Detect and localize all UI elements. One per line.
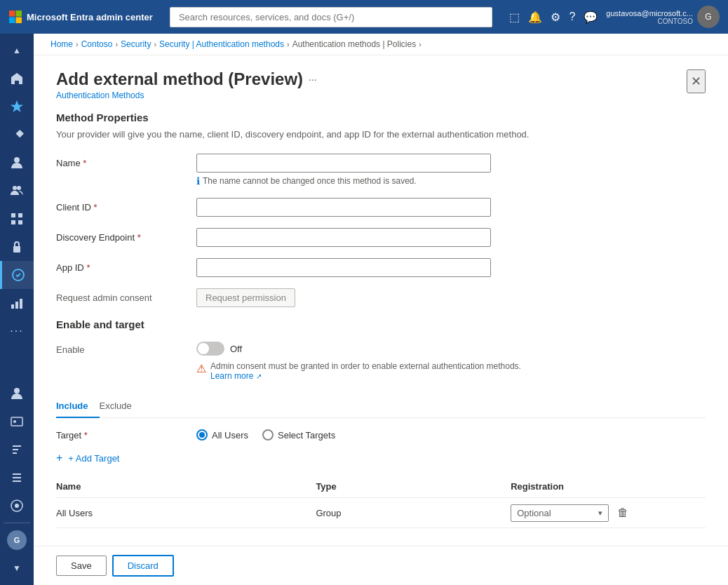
- app-name: Microsoft Entra admin center: [27, 12, 153, 22]
- sidebar-item-more[interactable]: ···: [0, 317, 34, 345]
- col-name: Name: [56, 476, 316, 498]
- topbar: Microsoft Entra admin center ⬚ 🔔 ⚙ ? 💬 g…: [0, 0, 728, 34]
- topbar-actions: ⬚ 🔔 ⚙ ? 💬 gustavosa@microsoft.c... CONTO…: [509, 6, 720, 28]
- breadcrumb-auth-methods[interactable]: Security | Authentication methods: [159, 39, 284, 49]
- svg-rect-9: [18, 213, 22, 217]
- sidebar-item-identity[interactable]: [0, 408, 34, 436]
- svg-rect-14: [11, 304, 14, 309]
- target-table-header: Name Type Registration: [56, 476, 706, 498]
- sidebar-item-admin[interactable]: [0, 492, 34, 520]
- discovery-endpoint-required-indicator: *: [137, 232, 141, 243]
- app-id-label: App ID *: [56, 258, 196, 273]
- content-area: Home › Contoso › Security › Security | A…: [34, 34, 728, 585]
- row-registration: Optional ▾ 🗑: [511, 498, 706, 528]
- svg-point-21: [15, 504, 19, 508]
- discovery-endpoint-field-row: Discovery Endpoint *: [56, 228, 706, 247]
- breadcrumb-contoso[interactable]: Contoso: [81, 39, 113, 49]
- panel-more-button[interactable]: ···: [309, 74, 317, 85]
- svg-point-5: [14, 157, 20, 163]
- sidebar-item-security[interactable]: [0, 233, 34, 261]
- sidebar-item-applications[interactable]: [0, 205, 34, 233]
- learn-more-link[interactable]: Learn more ↗: [210, 371, 262, 381]
- breadcrumb-sep-2: ›: [115, 40, 118, 48]
- svg-rect-10: [11, 220, 15, 224]
- request-permission-button[interactable]: Request permission: [196, 288, 295, 307]
- sidebar-scroll-up[interactable]: ▲: [0, 36, 34, 65]
- sidebar-divider: [4, 523, 30, 523]
- sidebar-item-conditional[interactable]: [0, 436, 34, 464]
- notification-icon[interactable]: 🔔: [528, 11, 542, 24]
- app-id-input[interactable]: [196, 258, 491, 277]
- name-label: Name *: [56, 154, 196, 168]
- feedback-icon[interactable]: 💬: [584, 11, 598, 24]
- save-button[interactable]: Save: [56, 556, 107, 576]
- target-options: All Users Select Targets: [196, 429, 335, 441]
- app-id-control-area: [196, 258, 706, 277]
- name-required-indicator: *: [83, 158, 86, 168]
- breadcrumb-security[interactable]: Security: [121, 39, 151, 49]
- close-button[interactable]: ✕: [687, 69, 706, 93]
- svg-point-19: [13, 420, 16, 423]
- panel-header: Add external method (Preview) ··· Authen…: [34, 55, 728, 106]
- sidebar-item-analytics[interactable]: [0, 289, 34, 317]
- target-required-indicator: *: [84, 430, 88, 441]
- delete-row-button[interactable]: 🗑: [614, 504, 631, 522]
- search-bar[interactable]: [170, 7, 492, 27]
- settings-icon[interactable]: ⚙: [551, 11, 560, 24]
- chevron-down-icon: ▾: [598, 509, 602, 518]
- enable-toggle[interactable]: [196, 342, 224, 356]
- discard-button[interactable]: Discard: [112, 555, 174, 577]
- panel-subtitle[interactable]: Authentication Methods: [56, 90, 317, 100]
- breadcrumb-current: Authentication methods | Policies: [292, 39, 417, 49]
- sidebar-item-overview[interactable]: [0, 121, 34, 149]
- sidebar-item-authentication[interactable]: [0, 261, 34, 289]
- tab-exclude[interactable]: Exclude: [100, 395, 143, 418]
- name-input[interactable]: [196, 154, 491, 173]
- registration-dropdown[interactable]: Optional ▾: [511, 504, 609, 522]
- enable-toggle-row: Enable Off: [56, 342, 706, 356]
- breadcrumb-sep-3: ›: [154, 40, 156, 48]
- sidebar-item-home[interactable]: [0, 65, 34, 93]
- user-menu[interactable]: gustavosa@microsoft.c... CONTOSO G: [606, 6, 720, 28]
- client-id-required-indicator: *: [93, 202, 97, 213]
- request-consent-row: Request admin consent Request permission: [56, 288, 706, 307]
- svg-rect-15: [15, 302, 18, 309]
- svg-rect-12: [13, 246, 20, 253]
- section-description: Your provider will give you the name, cl…: [56, 129, 706, 140]
- panel-title-area: Add external method (Preview) ··· Authen…: [56, 69, 317, 100]
- warning-icon: ⚠: [196, 362, 206, 375]
- portal-icon[interactable]: ⬚: [509, 11, 520, 24]
- client-id-control-area: [196, 198, 706, 217]
- sidebar-item-profile[interactable]: G: [0, 526, 34, 554]
- name-hint: ℹ The name cannot be changed once this m…: [196, 175, 706, 187]
- add-target-button[interactable]: + + Add Target: [56, 449, 706, 467]
- col-registration: Registration: [511, 476, 706, 498]
- help-icon[interactable]: ?: [569, 11, 575, 23]
- sidebar-item-user-settings[interactable]: [0, 379, 34, 408]
- avatar[interactable]: G: [697, 6, 720, 28]
- discovery-endpoint-input[interactable]: [196, 228, 491, 247]
- radio-select-targets[interactable]: Select Targets: [262, 429, 335, 441]
- microsoft-logo-icon: [8, 10, 22, 24]
- svg-point-17: [14, 388, 20, 394]
- client-id-input[interactable]: [196, 198, 491, 217]
- tab-include[interactable]: Include: [56, 395, 100, 418]
- request-consent-label: Request admin consent: [56, 288, 196, 303]
- sidebar-item-favorites[interactable]: [0, 93, 34, 121]
- search-input[interactable]: [170, 7, 492, 27]
- main-panel: Add external method (Preview) ··· Authen…: [34, 55, 728, 546]
- radio-all-users[interactable]: All Users: [196, 429, 248, 441]
- sidebar-collapse-button[interactable]: ▼: [0, 554, 34, 582]
- breadcrumb-sep-5: ›: [419, 40, 422, 48]
- app-id-field-row: App ID *: [56, 258, 706, 277]
- toggle-state-text: Off: [230, 344, 242, 354]
- breadcrumb-home[interactable]: Home: [50, 39, 73, 49]
- info-icon: ℹ: [196, 175, 200, 187]
- target-table: Name Type Registration All Users Group: [56, 476, 706, 528]
- sidebar-item-groups[interactable]: [0, 177, 34, 205]
- svg-rect-0: [9, 11, 15, 17]
- sidebar-item-list2[interactable]: [0, 464, 34, 492]
- name-control-area: ℹ The name cannot be changed once this m…: [196, 154, 706, 187]
- row-type: Group: [316, 498, 511, 528]
- sidebar-item-users[interactable]: [0, 149, 34, 177]
